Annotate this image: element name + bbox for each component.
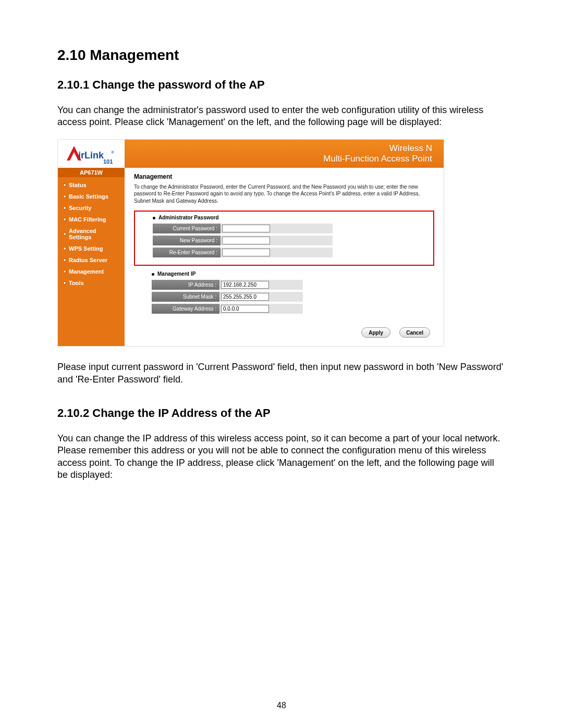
nav-label: Advanced Settings (69, 228, 120, 240)
nav-item-advanced-settings[interactable]: Advanced Settings (58, 225, 125, 243)
bullet-icon (63, 270, 66, 273)
cancel-button[interactable]: Cancel (399, 327, 430, 338)
nav-label: MAC Filtering (69, 216, 106, 223)
nav-label: Basic Settings (69, 193, 108, 200)
gateway-address-input[interactable] (221, 305, 269, 313)
subsection-heading-1: 2.10.1 Change the password of the AP (57, 78, 506, 92)
ip-address-input[interactable] (221, 281, 269, 289)
subnet-mask-label: Subnet Mask : (152, 292, 219, 302)
bullet-icon (63, 247, 66, 250)
subnet-mask-input[interactable] (221, 293, 269, 301)
ip-address-label: IP Address : (152, 280, 219, 290)
model-label: AP671W (58, 168, 125, 177)
brand-logo: irLink ® 101 (58, 140, 125, 168)
section-header-ip: Management IP (152, 271, 434, 277)
svg-text:101: 101 (103, 158, 113, 165)
bullet-icon (63, 281, 66, 285)
bullet-icon (63, 258, 66, 262)
banner-line2: Multi-Function Access Point (323, 154, 432, 164)
svg-text:®: ® (111, 150, 114, 155)
gateway-address-label: Gateway Address : (152, 304, 219, 314)
nav-label: Security (69, 205, 91, 211)
bullet-icon (63, 206, 66, 209)
nav-item-wps-setting[interactable]: WPS Setting (58, 243, 125, 254)
nav-label: Radius Server (69, 257, 107, 263)
nav-item-tools[interactable]: Tools (58, 277, 125, 289)
panel-description: To change the Administrator Password, en… (134, 183, 434, 205)
paragraph-intro-2: You can change the IP address of this wi… (57, 433, 506, 482)
bullet-icon (63, 195, 66, 198)
banner: Wireless N Multi-Function Access Point (125, 140, 444, 168)
reenter-password-label: Re-Enter Password : (153, 248, 221, 257)
nav-item-security[interactable]: Security (58, 202, 125, 214)
svg-text:irLink: irLink (78, 150, 104, 161)
admin-password-section: Administrator Password Current Password … (134, 211, 434, 266)
section-heading: 2.10 Management (57, 47, 506, 64)
management-ip-section: Management IP IP Address : Subnet Mask :… (134, 271, 434, 314)
nav-label: Status (69, 182, 87, 188)
nav-item-status[interactable]: Status (58, 179, 125, 191)
new-password-input[interactable] (222, 237, 270, 244)
paragraph-intro-1: You can change the administrator's passw… (57, 104, 506, 129)
bullet-icon (63, 232, 66, 236)
main-panel: Management To change the Administrator P… (125, 168, 444, 347)
bullet-icon (63, 218, 66, 221)
subsection-heading-2: 2.10.2 Change the IP Address of the AP (57, 406, 506, 420)
nav-item-basic-settings[interactable]: Basic Settings (58, 191, 125, 202)
nav-item-mac-filtering[interactable]: MAC Filtering (58, 214, 125, 225)
reenter-password-input[interactable] (222, 249, 270, 256)
apply-button[interactable]: Apply (361, 327, 390, 338)
sidebar-nav: AP671W Status Basic Settings Security MA… (58, 168, 125, 347)
paragraph-instruction-1: Please input current password in 'Curren… (57, 361, 506, 386)
nav-item-management[interactable]: Management (58, 266, 125, 277)
page-number: 48 (0, 701, 563, 710)
router-ui-screenshot: irLink ® 101 Wireless N Multi-Function A… (57, 139, 444, 347)
nav-label: Tools (69, 280, 84, 286)
current-password-input[interactable] (222, 225, 270, 232)
new-password-label: New Password : (153, 236, 221, 245)
nav-label: Management (69, 268, 104, 275)
airlink-logo-icon: irLink ® 101 (63, 143, 120, 165)
nav-item-radius-server[interactable]: Radius Server (58, 254, 125, 266)
nav-label: WPS Setting (69, 245, 103, 252)
panel-title: Management (134, 173, 434, 180)
current-password-label: Current Password : (153, 224, 221, 233)
bullet-icon (63, 183, 66, 187)
banner-line1: Wireless N (389, 143, 432, 154)
section-header-password: Administrator Password (153, 215, 433, 220)
